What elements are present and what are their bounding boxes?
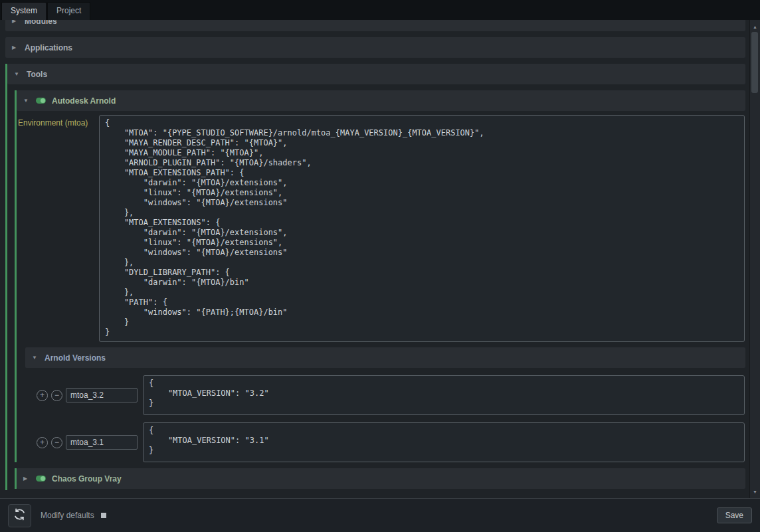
chevron-down-icon: ▼ xyxy=(23,98,30,104)
scrollbar-thumb[interactable] xyxy=(751,32,758,93)
version-value-textarea[interactable]: { "MTOA_VERSION": "3.2" } xyxy=(143,375,745,415)
section-modules-header[interactable]: ▶ Modules xyxy=(5,20,745,31)
tab-system[interactable]: System xyxy=(1,2,47,20)
arnold-header[interactable]: ▼ Autodesk Arnold xyxy=(17,90,745,111)
environment-mtoa-textarea[interactable]: { "MTOA": "{PYPE_STUDIO_SOFTWARE}/arnold… xyxy=(99,115,745,342)
chevron-right-icon: ▶ xyxy=(12,44,19,50)
save-button[interactable]: Save xyxy=(717,507,752,523)
vray-label: Chaos Group Vray xyxy=(52,474,122,484)
version-row: + − { "MTOA_VERSION": "3.2" } xyxy=(37,375,745,415)
environment-row: Environment (mtoa) { "MTOA": "{PYPE_STUD… xyxy=(17,115,745,342)
arnold-content: Environment (mtoa) { "MTOA": "{PYPE_STUD… xyxy=(17,115,745,462)
settings-list: ▶ Modules ▶ Applications ▼ Tools ▼ xyxy=(0,20,749,498)
chevron-right-icon: ▶ xyxy=(12,20,19,24)
environment-mtoa-label: Environment (mtoa) xyxy=(18,115,99,128)
section-modules-label: Modules xyxy=(25,20,57,26)
tools-content: ▼ Autodesk Arnold Environment (mtoa) { "… xyxy=(7,90,745,490)
tab-bar: System Project xyxy=(0,0,760,20)
version-row: + − { "MTOA_VERSION": "3.1" } xyxy=(37,422,745,462)
section-tools-label: Tools xyxy=(27,70,47,79)
group-autodesk-arnold: ▼ Autodesk Arnold Environment (mtoa) { "… xyxy=(15,90,745,462)
modify-defaults-label: Modify defaults xyxy=(41,511,94,520)
scroll-down-icon[interactable]: ▼ xyxy=(750,486,760,497)
refresh-icon xyxy=(13,508,26,523)
arnold-enabled-toggle-icon[interactable] xyxy=(36,98,46,104)
arnold-versions-header[interactable]: ▼ Arnold Versions xyxy=(25,347,745,368)
section-tools-header[interactable]: ▼ Tools xyxy=(7,64,745,84)
scroll-up-icon[interactable]: ▲ xyxy=(750,21,760,32)
arnold-versions-label: Arnold Versions xyxy=(45,353,106,363)
chevron-down-icon: ▼ xyxy=(32,355,39,361)
remove-version-button[interactable]: − xyxy=(51,390,62,401)
add-version-button[interactable]: + xyxy=(37,437,48,448)
remove-version-button[interactable]: − xyxy=(51,437,62,448)
footer-bar: Modify defaults Save xyxy=(0,498,760,532)
refresh-button[interactable] xyxy=(8,504,31,527)
version-key-input[interactable] xyxy=(66,388,138,402)
arnold-label: Autodesk Arnold xyxy=(52,96,116,106)
vray-enabled-toggle-icon[interactable] xyxy=(36,476,46,482)
modify-defaults-checkbox[interactable] xyxy=(101,513,106,518)
vertical-scrollbar[interactable]: ▲ ▼ xyxy=(749,20,760,498)
group-tools: ▼ Tools ▼ Autodesk Arnold xyxy=(5,64,745,490)
settings-scroll-area: ▶ Modules ▶ Applications ▼ Tools ▼ xyxy=(0,20,760,498)
chevron-down-icon: ▼ xyxy=(14,71,21,77)
add-version-button[interactable]: + xyxy=(37,390,48,401)
group-chaos-group-vray: ▶ Chaos Group Vray xyxy=(15,468,745,489)
vray-header[interactable]: ▶ Chaos Group Vray xyxy=(17,468,745,489)
version-value-textarea[interactable]: { "MTOA_VERSION": "3.1" } xyxy=(143,422,745,462)
tab-project[interactable]: Project xyxy=(47,2,90,20)
chevron-right-icon: ▶ xyxy=(23,476,30,482)
section-applications-header[interactable]: ▶ Applications xyxy=(5,37,745,58)
version-key-input[interactable] xyxy=(66,435,138,450)
section-applications-label: Applications xyxy=(25,43,72,52)
